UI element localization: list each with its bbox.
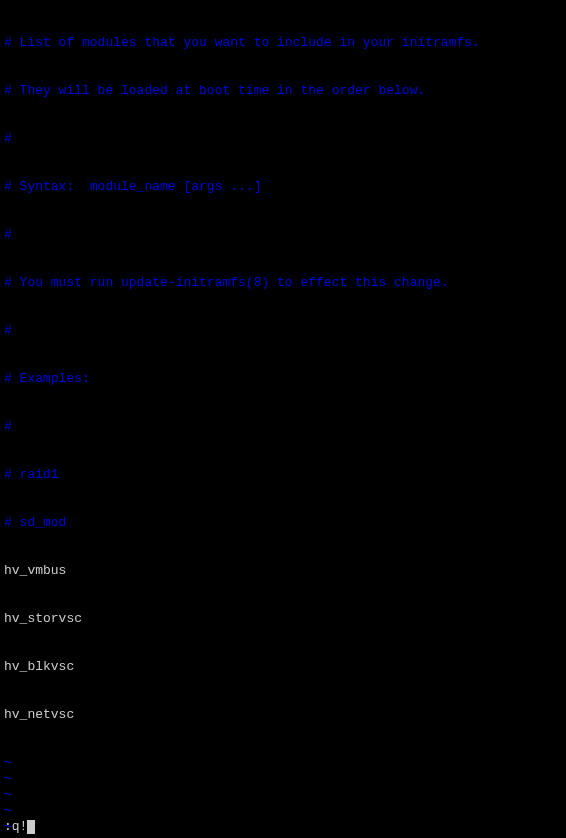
comment-line: # [4, 323, 562, 339]
module-line: hv_vmbus [4, 563, 562, 579]
command-line[interactable]: :q! [4, 819, 35, 835]
comment-line: # [4, 131, 562, 147]
module-line: hv_storvsc [4, 611, 562, 627]
comment-line: # [4, 227, 562, 243]
comment-line: # List of modules that you want to inclu… [4, 35, 562, 51]
comment-line: # They will be loaded at boot time in th… [4, 83, 562, 99]
empty-line-tilde: ~ [4, 755, 562, 771]
cursor [27, 820, 35, 834]
empty-line-tilde: ~ [4, 803, 562, 819]
comment-line: # [4, 419, 562, 435]
empty-lines: ~~~~~~~~~~~~~~~~~~~~~~~~~~~~~~~~~~ [4, 755, 562, 838]
comment-line: # Syntax: module_name [args ...] [4, 179, 562, 195]
command-text: :q! [4, 819, 27, 835]
text-buffer[interactable]: # List of modules that you want to inclu… [4, 3, 562, 838]
empty-line-tilde: ~ [4, 787, 562, 803]
comment-line: # Examples: [4, 371, 562, 387]
empty-line-tilde: ~ [4, 771, 562, 787]
module-line: hv_netvsc [4, 707, 562, 723]
module-line: hv_blkvsc [4, 659, 562, 675]
vim-editor[interactable]: # List of modules that you want to inclu… [0, 0, 566, 838]
comment-line: # You must run update-initramfs(8) to ef… [4, 275, 562, 291]
comment-line: # sd_mod [4, 515, 562, 531]
empty-line-tilde: ~ [4, 819, 562, 835]
comment-line: # raid1 [4, 467, 562, 483]
